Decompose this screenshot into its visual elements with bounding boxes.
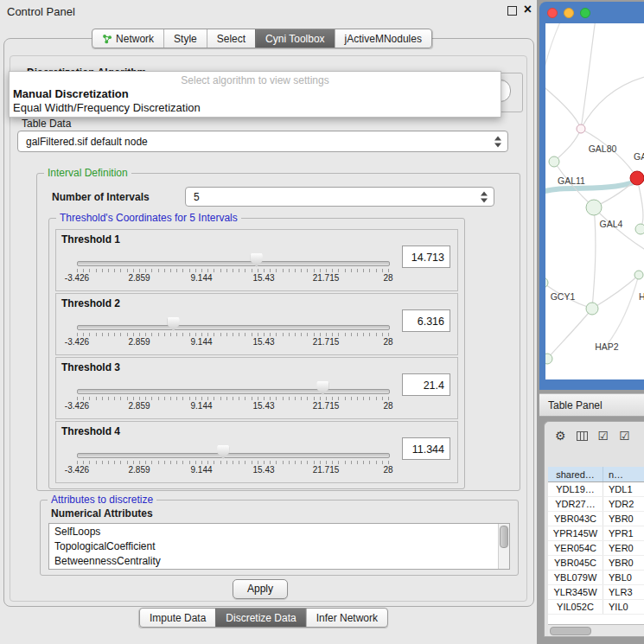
numerical-attributes-list[interactable]: SelfLoopsTopologicalCoefficientBetweenne…: [48, 523, 510, 570]
scrollbar-thumb[interactable]: [500, 526, 508, 548]
slider-scale-label: 28: [383, 401, 392, 411]
network-node[interactable]: [586, 200, 602, 215]
scrollbar-thumb[interactable]: [550, 627, 591, 635]
threshold-value-field[interactable]: 11.344: [402, 437, 450, 460]
threshold-value-field[interactable]: 21.4: [402, 373, 450, 396]
table-panel-header: Table Panel: [539, 393, 644, 417]
network-edge[interactable]: [592, 275, 639, 309]
network-node[interactable]: [634, 271, 643, 279]
apply-button[interactable]: Apply: [233, 579, 288, 599]
table-row[interactable]: YIL052CYIL0: [548, 600, 644, 615]
slider-tick-marks: [77, 461, 389, 464]
network-node[interactable]: [549, 156, 559, 167]
network-node-pink[interactable]: [577, 124, 585, 133]
close-window-icon[interactable]: ×: [524, 3, 532, 16]
combo-stepper-icon: [494, 136, 502, 147]
table-data-value: galFiltered.sif default node: [26, 136, 148, 148]
table-cell: YIL052C: [548, 600, 603, 614]
slider-scale-label: 9.144: [190, 465, 212, 475]
control-panel-window: Control Panel × NetworkStyleSelectCyni T…: [0, 0, 537, 644]
table-row[interactable]: YPR145WYPR1: [548, 526, 644, 541]
threshold-panel: Threshold 4-3.4262.8599.14415.4321.71528…: [55, 421, 458, 483]
combo-stepper-icon: [481, 191, 488, 202]
table-cell: YPR1: [603, 526, 644, 540]
table-cell: YBR0: [603, 512, 644, 526]
tab-style[interactable]: Style: [163, 29, 207, 48]
network-edge[interactable]: [637, 178, 643, 229]
tab-select[interactable]: Select: [207, 29, 255, 48]
attribute-items: SelfLoopsTopologicalCoefficientBetweenne…: [49, 524, 509, 568]
network-edge[interactable]: [592, 207, 596, 309]
network-node-red[interactable]: [630, 171, 644, 185]
minimize-button[interactable]: [564, 8, 574, 18]
float-window-icon[interactable]: [507, 6, 517, 16]
threshold-value-field[interactable]: 14.713: [402, 245, 450, 268]
list-scrollbar[interactable]: [498, 524, 509, 569]
table-row[interactable]: YBL079WYBL0: [548, 571, 644, 585]
attribute-list-item[interactable]: TopologicalCoefficient: [49, 539, 509, 553]
horizontal-scrollbar[interactable]: [548, 624, 644, 636]
column-header[interactable]: n…: [603, 467, 644, 481]
slider-scale-label: 21.715: [313, 401, 340, 411]
node-table: shared…n… YDL19…YDL1YDR27…YDR2YBR043CYBR…: [548, 467, 644, 624]
network-node[interactable]: [586, 303, 598, 315]
algorithm-popup-items: Manual DiscretizationEqual Width/Frequen…: [10, 87, 501, 115]
thresholds-groupbox: Threshold's Coordinates for 5 Intervals …: [48, 218, 465, 489]
checkbox-icon-2[interactable]: ☑: [619, 429, 630, 443]
bottom-tab-discretize-data[interactable]: Discretize Data: [215, 609, 305, 627]
table-row[interactable]: YDR27…YDR2: [548, 497, 644, 512]
algorithm-option[interactable]: Manual Discretization: [10, 87, 501, 101]
network-canvas[interactable]: GAL80GAGAL11GAL4GCY1HHAP2: [545, 23, 644, 379]
table-cell: YPR145W: [548, 526, 603, 540]
number-of-intervals-combobox[interactable]: 5: [185, 187, 494, 207]
network-edge[interactable]: [547, 309, 592, 359]
network-edge[interactable]: [545, 23, 563, 283]
column-header[interactable]: shared…: [548, 467, 603, 481]
table-cell: YDL1: [603, 482, 644, 496]
table-row[interactable]: YBR043CYBR0: [548, 512, 644, 526]
table-body: YDL19…YDL1YDR27…YDR2YBR043CYBR0YPR145WYP…: [548, 482, 644, 615]
slider-scale-label: -3.426: [65, 337, 89, 347]
settings-gear-icon[interactable]: ⚙: [555, 429, 566, 443]
bottom-tab-infer-network[interactable]: Infer Network: [306, 609, 387, 627]
table-row[interactable]: YER054CYER0: [548, 541, 644, 556]
network-edge[interactable]: [545, 84, 581, 129]
network-edge[interactable]: [581, 75, 644, 129]
network-edge[interactable]: [554, 129, 581, 162]
threshold-slider-track[interactable]: [77, 389, 390, 394]
network-node[interactable]: [545, 354, 552, 364]
tab-network[interactable]: Network: [92, 29, 163, 48]
algorithm-option[interactable]: Equal Width/Frequency Discretization: [10, 101, 501, 115]
tab-cyni-toolbox[interactable]: Cyni Toolbox: [255, 29, 334, 48]
table-cell: YBR0: [603, 556, 644, 570]
attribute-list-item[interactable]: SelfLoops: [49, 524, 509, 539]
table-row[interactable]: YLR345WYLR3: [548, 585, 644, 600]
table-cell: YER0: [603, 541, 644, 555]
table-data-combobox[interactable]: galFiltered.sif default node: [17, 131, 508, 152]
table-cell: YLR345W: [548, 585, 603, 599]
node-label: HAP2: [595, 341, 619, 352]
network-node[interactable]: [635, 224, 644, 234]
table-cell: YBR045C: [548, 556, 603, 570]
slider-scale-label: 2.859: [128, 465, 150, 475]
network-graph: GAL80GAGAL11GAL4GCY1HHAP2: [545, 23, 644, 379]
threshold-value-field[interactable]: 6.316: [402, 309, 450, 332]
tab-jactivemnodules[interactable]: jActiveMNodules: [335, 29, 431, 48]
attribute-list-item[interactable]: BetweennessCentrality: [49, 553, 509, 568]
tab-label: Cyni Toolbox: [265, 33, 324, 45]
bottom-tab-impute-data[interactable]: Impute Data: [140, 609, 215, 627]
columns-icon[interactable]: [577, 431, 588, 441]
threshold-slider-track[interactable]: [77, 261, 390, 266]
network-edge[interactable]: [607, 275, 639, 345]
close-button[interactable]: [547, 8, 558, 18]
network-edge[interactable]: [581, 23, 596, 129]
node-label: GAL11: [558, 175, 585, 186]
checkbox-icon-1[interactable]: ☑: [598, 429, 609, 443]
table-row[interactable]: YBR045CYBR0: [548, 556, 644, 571]
threshold-slider-track[interactable]: [77, 325, 390, 330]
zoom-button[interactable]: [580, 8, 590, 18]
threshold-slider-track[interactable]: [77, 453, 390, 458]
table-row[interactable]: YDL19…YDL1: [548, 482, 644, 497]
attributes-group-title: Attributes to discretize: [48, 494, 156, 506]
slider-scale-label: 28: [383, 465, 392, 475]
